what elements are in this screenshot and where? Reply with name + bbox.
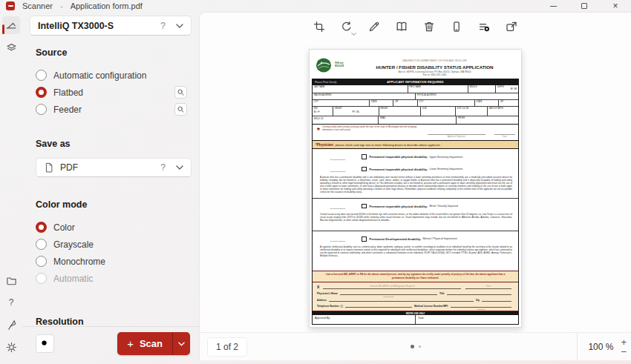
option-label: Grayscale <box>53 239 187 250</box>
date-label: Date <box>494 134 515 138</box>
pages-button[interactable] <box>393 18 411 36</box>
magnifier-icon <box>177 105 185 113</box>
physician-lead: *Physician: <box>316 143 334 147</box>
logo-caption: FISH and WILDLIFE <box>335 62 347 67</box>
maximize-button[interactable] <box>569 0 600 12</box>
disability-section-upper-lower: Physician Signature Permanent inoperable… <box>313 149 518 198</box>
radio-button-selected[interactable] <box>36 87 47 98</box>
form-field: MIDDLE <box>468 85 496 93</box>
save-as-help-icon[interactable]: ? <box>160 162 166 173</box>
settings-icon <box>6 342 17 353</box>
batch-icon <box>6 42 17 53</box>
app-title: Scanner <box>22 1 53 10</box>
definition-paragraph: A cognitive intellectual disability such… <box>313 245 518 259</box>
page-dot[interactable] <box>419 345 421 348</box>
definition-paragraph: A person who has a permanent disability … <box>313 175 518 195</box>
send-to-device-button[interactable] <box>448 18 465 36</box>
close-icon: × <box>612 1 618 10</box>
form-field: EYE COLOR <box>456 107 487 116</box>
rotate-button[interactable] <box>338 18 356 36</box>
form-field: HEIGHTFT. IN. <box>333 107 379 116</box>
form-field: FIRST NAME <box>408 85 468 93</box>
radio-button[interactable] <box>36 256 47 267</box>
scan-options-icon <box>478 21 490 33</box>
disability-section-blind: Physician Signature Permanent inoperable… <box>313 198 518 231</box>
resolution-section-label: Resolution <box>36 317 192 326</box>
zoom-in-button[interactable]: + <box>621 337 627 347</box>
radio-button-selected[interactable] <box>36 222 47 233</box>
save-as-dropdown[interactable]: PDF ? <box>36 158 192 177</box>
print-clearly-label: Please Print Clearly <box>315 81 336 84</box>
draw-icon <box>368 21 380 33</box>
source-option-feeder[interactable]: Feeder <box>36 101 187 118</box>
approval-row: Approved By: Date: <box>313 315 518 324</box>
rail-item-batch[interactable] <box>2 39 20 56</box>
rail-item-help[interactable]: ? <box>2 294 20 311</box>
minimize-button[interactable] <box>537 0 569 12</box>
physician-certify-note: I am a licensed MD, ARNP, or PA for the … <box>313 271 518 282</box>
icon-rail: ? <box>0 12 22 360</box>
scan-options-arrow[interactable] <box>173 332 190 355</box>
crop-button[interactable] <box>310 18 328 36</box>
form-field: PHONE <box>457 116 518 124</box>
rail-item-feedback[interactable] <box>2 316 20 334</box>
page-indicator[interactable]: 1 of 2 <box>207 337 247 357</box>
draw-button[interactable] <box>365 18 383 36</box>
maximize-icon <box>581 3 587 9</box>
zoom-out-button[interactable]: − <box>621 347 627 357</box>
form-field: STATE <box>370 100 393 106</box>
minimize-icon <box>550 6 557 7</box>
preview-area: FISH and WILDLIFE WASHINGTON DEPARTMENT … <box>199 12 631 360</box>
physician-text: please check and sign one or more follow… <box>336 143 441 147</box>
applicant-signature-label: Applicant Signature <box>428 134 485 138</box>
chevron-down-icon <box>351 33 356 36</box>
form-field: STATE <box>475 100 499 106</box>
scan-options-button[interactable] <box>475 18 493 36</box>
option-label: Automatic <box>53 274 187 284</box>
page-dots[interactable] <box>411 345 421 348</box>
source-option-flatbed[interactable]: Flatbed <box>36 84 187 101</box>
device-selector[interactable]: IntelliQ TX3000-S ? <box>30 16 192 36</box>
radio-button[interactable] <box>36 104 47 115</box>
rail-item-settings[interactable] <box>2 338 20 356</box>
rail-item-files[interactable] <box>2 271 20 289</box>
flatbed-preview-button[interactable] <box>174 86 187 99</box>
form-field: ZIP <box>499 100 518 106</box>
scan-split-button[interactable]: + Scan <box>117 332 190 355</box>
save-as-value: PDF <box>60 162 160 173</box>
document-toolbar <box>200 13 631 41</box>
status-bar: 1 of 2 100 % + − <box>200 332 631 360</box>
crop-icon <box>313 21 325 33</box>
applicant-info-bar: Please Print Clearly APPLICANT INFORMATI… <box>313 79 518 85</box>
preview-scan-button[interactable] <box>36 334 54 353</box>
star-icon: ★ <box>316 127 321 132</box>
form-field: WEIGHT <box>379 107 422 116</box>
folder-icon <box>6 275 17 286</box>
scan-button[interactable]: + Scan <box>117 332 172 355</box>
share-icon <box>506 21 517 33</box>
radio-button[interactable] <box>36 239 47 250</box>
close-button[interactable]: × <box>600 0 631 12</box>
color-mode-option-monochrome[interactable]: Monochrome <box>36 253 187 270</box>
rail-item-scan[interactable] <box>2 16 20 34</box>
certification-text: I hereby certify under penalty of perjur… <box>322 126 417 132</box>
form-field: CITY <box>313 100 370 106</box>
titlebar: Scanner - Application form.pdf × <box>0 0 631 12</box>
page-dot-active[interactable] <box>411 345 414 348</box>
color-mode-option-grayscale[interactable]: Grayscale <box>36 236 187 253</box>
checkbox <box>362 154 367 159</box>
scanned-page[interactable]: FISH and WILDLIFE WASHINGTON DEPARTMENT … <box>309 49 522 328</box>
feeder-preview-button[interactable] <box>174 103 187 116</box>
delete-button[interactable] <box>420 18 438 36</box>
form-field: DOB <box>421 107 456 116</box>
radio-button[interactable] <box>36 70 47 81</box>
color-mode-option-color[interactable]: Color <box>36 219 187 236</box>
plus-icon: + <box>127 337 134 350</box>
share-button[interactable] <box>503 18 520 36</box>
disability-section-developmental: Physician Signature Permanent Developmen… <box>313 231 518 271</box>
device-help-icon[interactable]: ? <box>160 21 166 31</box>
source-option-automatic[interactable]: Automatic configuration <box>36 67 187 84</box>
device-name: IntelliQ TX3000-S <box>38 21 160 31</box>
magnifier-icon <box>40 339 50 348</box>
source-section-label: Source <box>36 47 192 58</box>
